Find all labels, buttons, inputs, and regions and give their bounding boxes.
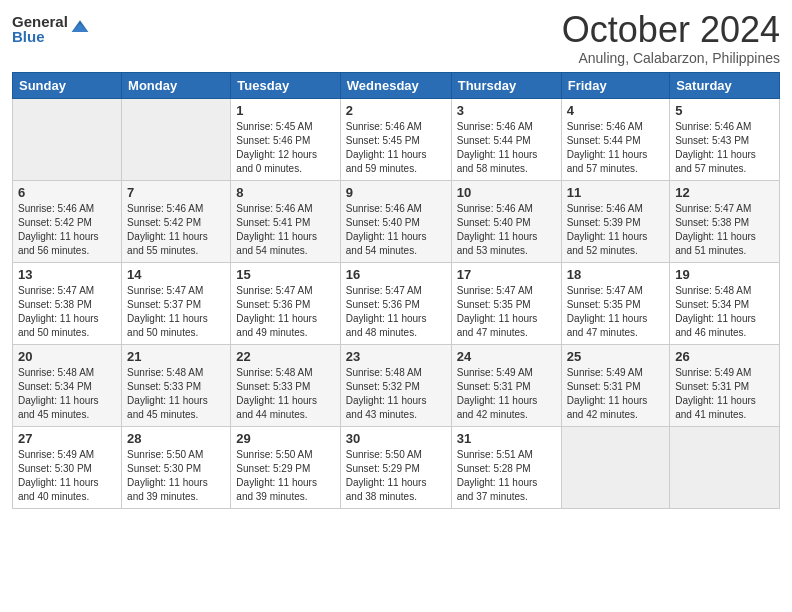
calendar-cell: 11Sunrise: 5:46 AM Sunset: 5:39 PM Dayli… bbox=[561, 180, 670, 262]
calendar-cell: 21Sunrise: 5:48 AM Sunset: 5:33 PM Dayli… bbox=[122, 344, 231, 426]
calendar-cell: 9Sunrise: 5:46 AM Sunset: 5:40 PM Daylig… bbox=[340, 180, 451, 262]
day-number: 9 bbox=[346, 185, 446, 200]
day-info: Sunrise: 5:51 AM Sunset: 5:28 PM Dayligh… bbox=[457, 448, 556, 504]
day-number: 25 bbox=[567, 349, 665, 364]
day-info: Sunrise: 5:46 AM Sunset: 5:43 PM Dayligh… bbox=[675, 120, 774, 176]
calendar-cell: 14Sunrise: 5:47 AM Sunset: 5:37 PM Dayli… bbox=[122, 262, 231, 344]
day-info: Sunrise: 5:49 AM Sunset: 5:31 PM Dayligh… bbox=[567, 366, 665, 422]
logo: General Blue bbox=[12, 14, 90, 44]
calendar-cell: 3Sunrise: 5:46 AM Sunset: 5:44 PM Daylig… bbox=[451, 98, 561, 180]
logo-blue-text: Blue bbox=[12, 29, 68, 44]
day-number: 3 bbox=[457, 103, 556, 118]
calendar-cell: 25Sunrise: 5:49 AM Sunset: 5:31 PM Dayli… bbox=[561, 344, 670, 426]
calendar-cell: 12Sunrise: 5:47 AM Sunset: 5:38 PM Dayli… bbox=[670, 180, 780, 262]
week-row-4: 27Sunrise: 5:49 AM Sunset: 5:30 PM Dayli… bbox=[13, 426, 780, 508]
calendar-cell: 29Sunrise: 5:50 AM Sunset: 5:29 PM Dayli… bbox=[231, 426, 340, 508]
day-number: 18 bbox=[567, 267, 665, 282]
week-row-2: 13Sunrise: 5:47 AM Sunset: 5:38 PM Dayli… bbox=[13, 262, 780, 344]
day-number: 21 bbox=[127, 349, 225, 364]
calendar-cell bbox=[13, 98, 122, 180]
day-number: 14 bbox=[127, 267, 225, 282]
calendar-cell: 28Sunrise: 5:50 AM Sunset: 5:30 PM Dayli… bbox=[122, 426, 231, 508]
calendar-cell: 20Sunrise: 5:48 AM Sunset: 5:34 PM Dayli… bbox=[13, 344, 122, 426]
calendar-header: Sunday Monday Tuesday Wednesday Thursday… bbox=[13, 72, 780, 98]
logo-general-text: General bbox=[12, 14, 68, 29]
day-info: Sunrise: 5:47 AM Sunset: 5:36 PM Dayligh… bbox=[346, 284, 446, 340]
calendar-cell: 13Sunrise: 5:47 AM Sunset: 5:38 PM Dayli… bbox=[13, 262, 122, 344]
day-number: 28 bbox=[127, 431, 225, 446]
week-row-3: 20Sunrise: 5:48 AM Sunset: 5:34 PM Dayli… bbox=[13, 344, 780, 426]
day-info: Sunrise: 5:46 AM Sunset: 5:40 PM Dayligh… bbox=[457, 202, 556, 258]
logo-icon bbox=[70, 17, 90, 37]
day-info: Sunrise: 5:50 AM Sunset: 5:29 PM Dayligh… bbox=[236, 448, 334, 504]
header-tuesday: Tuesday bbox=[231, 72, 340, 98]
page: General Blue October 2024 Anuling, Calab… bbox=[0, 0, 792, 612]
calendar-cell: 6Sunrise: 5:46 AM Sunset: 5:42 PM Daylig… bbox=[13, 180, 122, 262]
day-info: Sunrise: 5:45 AM Sunset: 5:46 PM Dayligh… bbox=[236, 120, 334, 176]
day-info: Sunrise: 5:46 AM Sunset: 5:39 PM Dayligh… bbox=[567, 202, 665, 258]
location: Anuling, Calabarzon, Philippines bbox=[562, 50, 780, 66]
calendar-cell: 7Sunrise: 5:46 AM Sunset: 5:42 PM Daylig… bbox=[122, 180, 231, 262]
calendar-cell: 27Sunrise: 5:49 AM Sunset: 5:30 PM Dayli… bbox=[13, 426, 122, 508]
day-info: Sunrise: 5:50 AM Sunset: 5:29 PM Dayligh… bbox=[346, 448, 446, 504]
day-number: 6 bbox=[18, 185, 116, 200]
calendar-cell: 8Sunrise: 5:46 AM Sunset: 5:41 PM Daylig… bbox=[231, 180, 340, 262]
header-saturday: Saturday bbox=[670, 72, 780, 98]
header-monday: Monday bbox=[122, 72, 231, 98]
svg-marker-1 bbox=[72, 24, 89, 32]
calendar-cell: 1Sunrise: 5:45 AM Sunset: 5:46 PM Daylig… bbox=[231, 98, 340, 180]
calendar-cell bbox=[122, 98, 231, 180]
day-number: 22 bbox=[236, 349, 334, 364]
day-number: 24 bbox=[457, 349, 556, 364]
day-info: Sunrise: 5:47 AM Sunset: 5:35 PM Dayligh… bbox=[567, 284, 665, 340]
calendar-cell: 30Sunrise: 5:50 AM Sunset: 5:29 PM Dayli… bbox=[340, 426, 451, 508]
calendar-cell: 23Sunrise: 5:48 AM Sunset: 5:32 PM Dayli… bbox=[340, 344, 451, 426]
header-wednesday: Wednesday bbox=[340, 72, 451, 98]
calendar-cell: 17Sunrise: 5:47 AM Sunset: 5:35 PM Dayli… bbox=[451, 262, 561, 344]
calendar-cell: 22Sunrise: 5:48 AM Sunset: 5:33 PM Dayli… bbox=[231, 344, 340, 426]
day-number: 8 bbox=[236, 185, 334, 200]
calendar-cell: 2Sunrise: 5:46 AM Sunset: 5:45 PM Daylig… bbox=[340, 98, 451, 180]
day-info: Sunrise: 5:49 AM Sunset: 5:31 PM Dayligh… bbox=[675, 366, 774, 422]
day-info: Sunrise: 5:50 AM Sunset: 5:30 PM Dayligh… bbox=[127, 448, 225, 504]
header-sunday: Sunday bbox=[13, 72, 122, 98]
day-number: 12 bbox=[675, 185, 774, 200]
day-number: 30 bbox=[346, 431, 446, 446]
day-number: 10 bbox=[457, 185, 556, 200]
title-section: October 2024 Anuling, Calabarzon, Philip… bbox=[562, 10, 780, 66]
day-info: Sunrise: 5:48 AM Sunset: 5:33 PM Dayligh… bbox=[236, 366, 334, 422]
day-info: Sunrise: 5:46 AM Sunset: 5:41 PM Dayligh… bbox=[236, 202, 334, 258]
day-info: Sunrise: 5:46 AM Sunset: 5:45 PM Dayligh… bbox=[346, 120, 446, 176]
calendar-body: 1Sunrise: 5:45 AM Sunset: 5:46 PM Daylig… bbox=[13, 98, 780, 508]
day-info: Sunrise: 5:49 AM Sunset: 5:30 PM Dayligh… bbox=[18, 448, 116, 504]
day-number: 1 bbox=[236, 103, 334, 118]
day-number: 27 bbox=[18, 431, 116, 446]
day-info: Sunrise: 5:46 AM Sunset: 5:44 PM Dayligh… bbox=[567, 120, 665, 176]
calendar-cell: 31Sunrise: 5:51 AM Sunset: 5:28 PM Dayli… bbox=[451, 426, 561, 508]
month-title: October 2024 bbox=[562, 10, 780, 50]
header: General Blue October 2024 Anuling, Calab… bbox=[12, 10, 780, 66]
day-number: 23 bbox=[346, 349, 446, 364]
day-info: Sunrise: 5:47 AM Sunset: 5:38 PM Dayligh… bbox=[18, 284, 116, 340]
calendar-cell: 26Sunrise: 5:49 AM Sunset: 5:31 PM Dayli… bbox=[670, 344, 780, 426]
calendar-cell: 5Sunrise: 5:46 AM Sunset: 5:43 PM Daylig… bbox=[670, 98, 780, 180]
day-info: Sunrise: 5:47 AM Sunset: 5:36 PM Dayligh… bbox=[236, 284, 334, 340]
week-row-0: 1Sunrise: 5:45 AM Sunset: 5:46 PM Daylig… bbox=[13, 98, 780, 180]
calendar-cell: 19Sunrise: 5:48 AM Sunset: 5:34 PM Dayli… bbox=[670, 262, 780, 344]
day-info: Sunrise: 5:46 AM Sunset: 5:42 PM Dayligh… bbox=[127, 202, 225, 258]
calendar-cell: 24Sunrise: 5:49 AM Sunset: 5:31 PM Dayli… bbox=[451, 344, 561, 426]
calendar-cell bbox=[561, 426, 670, 508]
day-number: 17 bbox=[457, 267, 556, 282]
calendar-cell: 10Sunrise: 5:46 AM Sunset: 5:40 PM Dayli… bbox=[451, 180, 561, 262]
day-number: 13 bbox=[18, 267, 116, 282]
week-row-1: 6Sunrise: 5:46 AM Sunset: 5:42 PM Daylig… bbox=[13, 180, 780, 262]
day-info: Sunrise: 5:47 AM Sunset: 5:38 PM Dayligh… bbox=[675, 202, 774, 258]
day-number: 31 bbox=[457, 431, 556, 446]
day-info: Sunrise: 5:46 AM Sunset: 5:40 PM Dayligh… bbox=[346, 202, 446, 258]
day-number: 11 bbox=[567, 185, 665, 200]
day-number: 2 bbox=[346, 103, 446, 118]
calendar: Sunday Monday Tuesday Wednesday Thursday… bbox=[12, 72, 780, 509]
calendar-cell: 16Sunrise: 5:47 AM Sunset: 5:36 PM Dayli… bbox=[340, 262, 451, 344]
header-thursday: Thursday bbox=[451, 72, 561, 98]
day-number: 4 bbox=[567, 103, 665, 118]
